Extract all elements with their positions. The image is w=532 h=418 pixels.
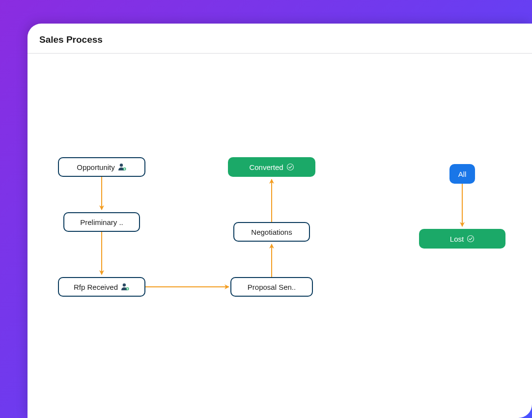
diagram-panel: Sales Process Opportunity [28, 24, 532, 418]
page-title: Sales Process [39, 34, 520, 45]
node-label: Negotiations [251, 228, 292, 236]
node-proposal-sent[interactable]: Proposal Sen.. [230, 277, 313, 297]
svg-point-11 [468, 236, 474, 242]
svg-point-10 [287, 164, 293, 170]
person-add-icon [118, 163, 127, 171]
node-opportunity[interactable]: Opportunity [58, 157, 145, 177]
svg-point-8 [123, 283, 126, 286]
node-label: Lost [450, 235, 464, 243]
person-add-icon [121, 283, 130, 291]
node-label: Converted [249, 163, 283, 171]
check-circle-icon [286, 163, 294, 171]
node-label: Preliminary .. [80, 218, 123, 226]
node-label: All [458, 170, 467, 178]
svg-point-6 [120, 164, 123, 167]
node-label: Rfp Received [74, 283, 118, 291]
node-label: Proposal Sen.. [248, 283, 296, 291]
panel-header: Sales Process [28, 24, 532, 54]
node-negotiations[interactable]: Negotiations [233, 222, 310, 242]
node-rfp-received[interactable]: Rfp Received [58, 277, 145, 297]
node-lost[interactable]: Lost [419, 229, 505, 249]
node-all[interactable]: All [449, 164, 475, 184]
check-circle-icon [467, 235, 475, 243]
node-converted[interactable]: Converted [228, 157, 315, 177]
node-label: Opportunity [77, 163, 115, 171]
diagram-canvas[interactable]: Opportunity Preliminary .. Rfp Received … [28, 54, 532, 418]
node-preliminary[interactable]: Preliminary .. [63, 212, 140, 232]
